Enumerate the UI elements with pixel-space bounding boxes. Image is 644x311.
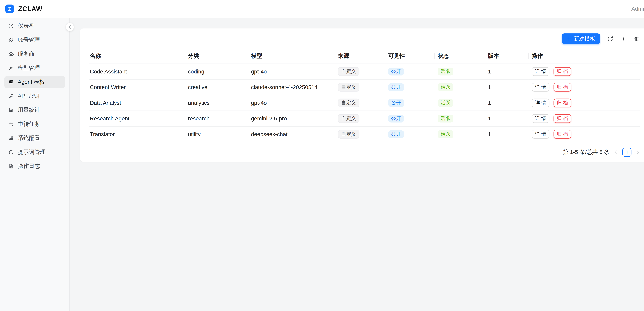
column-header-status: 状态 — [434, 49, 485, 64]
cell-name: Translator — [89, 126, 184, 142]
cell-category: creative — [185, 79, 248, 95]
cell-version: 1 — [485, 126, 528, 142]
source-badge: 自定义 — [338, 130, 359, 139]
plus-icon — [567, 37, 571, 41]
status-badge: 活跃 — [438, 68, 454, 75]
sidebar-item-usage-stats[interactable]: 用量统计 — [4, 104, 65, 116]
sidebar-item-dashboard[interactable]: 仪表盘 — [4, 20, 65, 32]
archive-button[interactable]: 归档 — [554, 130, 571, 139]
sidebar-item-prompts[interactable]: 提示词管理 — [4, 146, 65, 158]
sidebar-item-label: 操作日志 — [18, 163, 40, 170]
cell-version: 1 — [485, 79, 528, 95]
sidebar-item-system-config[interactable]: 系统配置 — [4, 132, 65, 144]
details-button[interactable]: 详情 — [532, 67, 550, 76]
table-row: Research Agent research gemini-2.5-pro 自… — [89, 111, 640, 126]
table-header-row: 名称 分类 模型 来源 可见性 状态 版本 操作 — [89, 49, 640, 64]
new-template-button[interactable]: 新建模板 — [562, 33, 600, 44]
pagination-page-1[interactable]: 1 — [622, 148, 632, 157]
dashboard-gauge-icon — [8, 23, 14, 29]
visibility-badge: 公开 — [388, 115, 404, 122]
column-header-actions: 操作 — [528, 49, 640, 64]
column-header-category: 分类 — [185, 49, 248, 64]
swap-arrows-icon — [8, 121, 14, 127]
sidebar-item-logs[interactable]: 操作日志 — [4, 160, 65, 172]
visibility-badge: 公开 — [388, 130, 404, 138]
sidebar-item-label: API 密钥 — [18, 92, 40, 100]
cell-category: utility — [185, 126, 248, 142]
archive-button[interactable]: 归档 — [554, 114, 571, 123]
brand-name: ZCLAW — [18, 5, 42, 13]
key-icon — [8, 93, 14, 99]
column-height-icon[interactable] — [620, 36, 626, 42]
body: 仪表盘 账号管理 服务商 模型管理 Agent 模板 API 密钥 — [0, 18, 644, 311]
sidebar-collapse-button[interactable] — [66, 23, 74, 31]
main-content: 新建模板 名称 分类 模型 — [70, 18, 644, 311]
table-row: Content Writer creative claude-sonnet-4-… — [89, 79, 640, 95]
robot-face-icon — [8, 79, 14, 85]
column-header-version: 版本 — [485, 49, 528, 64]
details-button[interactable]: 详情 — [532, 99, 550, 107]
table-row: Data Analyst analytics gpt-4o 自定义 公开 活跃 … — [89, 95, 640, 111]
cell-name: Research Agent — [89, 111, 184, 126]
status-badge: 活跃 — [438, 130, 454, 138]
cell-version: 1 — [485, 64, 528, 79]
app-window: Z ZCLAW Admin 仪表盘 账号管理 服务商 模型管 — [0, 0, 644, 311]
settings-gear-icon[interactable] — [634, 36, 640, 42]
user-menu[interactable]: Admin — [632, 6, 644, 12]
cell-version: 1 — [485, 111, 528, 126]
column-header-model: 模型 — [248, 49, 334, 64]
sidebar-item-agent-templates[interactable]: Agent 模板 — [4, 76, 65, 88]
source-badge: 自定义 — [338, 83, 359, 92]
details-button[interactable]: 详情 — [532, 114, 550, 123]
sidebar-item-label: 用量统计 — [18, 106, 40, 114]
cell-version: 1 — [485, 95, 528, 111]
column-header-source: 来源 — [334, 49, 385, 64]
cell-model: gemini-2.5-pro — [248, 111, 334, 126]
top-header: Z ZCLAW Admin — [0, 0, 644, 18]
sidebar-item-label: 系统配置 — [18, 134, 40, 142]
file-text-icon — [8, 163, 14, 169]
templates-card: 新建模板 名称 分类 模型 — [80, 29, 644, 162]
pagination-prev-icon[interactable] — [614, 150, 618, 154]
sidebar-item-relay-tasks[interactable]: 中转任务 — [4, 118, 65, 130]
sidebar-item-providers[interactable]: 服务商 — [4, 48, 65, 60]
visibility-badge: 公开 — [388, 99, 404, 107]
column-header-name: 名称 — [89, 49, 184, 64]
refresh-icon[interactable] — [607, 36, 613, 42]
cell-category: coding — [185, 64, 248, 79]
status-badge: 活跃 — [438, 99, 454, 107]
source-badge: 自定义 — [338, 114, 359, 123]
sidebar-item-label: 服务商 — [18, 50, 34, 58]
sidebar-item-label: 提示词管理 — [18, 148, 46, 156]
source-badge: 自定义 — [338, 67, 359, 76]
sidebar-item-label: 模型管理 — [18, 64, 40, 72]
archive-button[interactable]: 归档 — [554, 83, 571, 92]
table-row: Code Assistant coding gpt-4o 自定义 公开 活跃 1… — [89, 64, 640, 79]
new-template-label: 新建模板 — [574, 35, 595, 43]
sidebar-item-label: 账号管理 — [18, 36, 40, 44]
details-button[interactable]: 详情 — [532, 130, 550, 139]
sidebar-item-models[interactable]: 模型管理 — [4, 62, 65, 74]
gear-icon — [8, 135, 14, 141]
cell-model: gpt-4o — [248, 95, 334, 111]
table-row: Translator utility deepseek-chat 自定义 公开 … — [89, 126, 640, 142]
sidebar-item-api-keys[interactable]: API 密钥 — [4, 90, 65, 102]
archive-button[interactable]: 归档 — [554, 67, 571, 76]
cell-category: research — [185, 111, 248, 126]
status-badge: 活跃 — [438, 83, 454, 91]
cell-model: gpt-4o — [248, 64, 334, 79]
team-users-icon — [8, 37, 14, 43]
archive-button[interactable]: 归档 — [554, 99, 571, 107]
details-button[interactable]: 详情 — [532, 83, 550, 92]
pagination-next-icon[interactable] — [636, 150, 640, 154]
bar-chart-icon — [8, 107, 14, 113]
pagination-summary: 第 1-5 条/总共 5 条 — [563, 148, 610, 156]
cell-name: Code Assistant — [89, 64, 184, 79]
cell-category: analytics — [185, 95, 248, 111]
cell-model: deepseek-chat — [248, 126, 334, 142]
sidebar-item-accounts[interactable]: 账号管理 — [4, 34, 65, 46]
cell-model: claude-sonnet-4-20250514 — [248, 79, 334, 95]
sidebar-item-label: 仪表盘 — [18, 22, 34, 30]
sidebar-item-label: Agent 模板 — [18, 78, 45, 86]
cell-name: Content Writer — [89, 79, 184, 95]
